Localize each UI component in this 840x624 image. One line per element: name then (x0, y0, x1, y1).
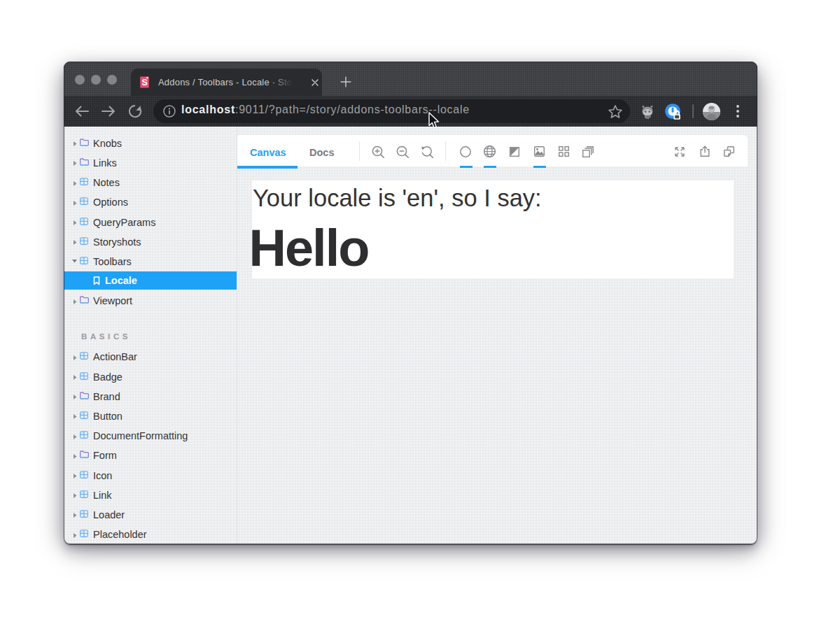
svg-text:S: S (141, 78, 147, 87)
